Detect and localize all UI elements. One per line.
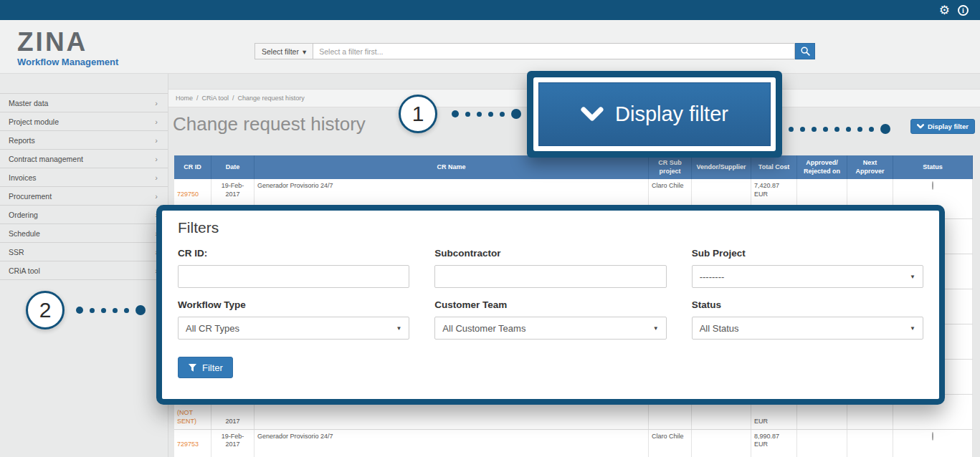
field-workflow-type: Workflow Type All CR Types ▼ xyxy=(178,288,409,340)
col-cr-sub-project: CR Sub project xyxy=(649,155,692,179)
chevron-right-icon: › xyxy=(155,155,158,163)
dotted-line xyxy=(789,123,890,135)
display-filter-button[interactable]: Display filter xyxy=(910,119,975,134)
sidebar-item-project-module[interactable]: Project module› xyxy=(0,112,168,131)
sidebar-menu: Master data› Project module› Reports› Co… xyxy=(0,93,168,280)
zina-logo[interactable]: ZINA Workflow Management xyxy=(17,29,118,67)
table-row: 729753 (NOT SENT) 19-Feb- 2017 Generador… xyxy=(174,430,973,457)
field-label: Workflow Type xyxy=(178,299,409,310)
cell-vendor xyxy=(692,430,751,457)
field-subcontractor: Subcontractor xyxy=(434,236,666,288)
col-approved-rejected-on: Approved/ Rejected on xyxy=(797,155,847,179)
field-status: Status All Status ▼ xyxy=(692,288,923,340)
breadcrumb-cria-tool[interactable]: CRiA tool xyxy=(202,95,229,102)
selected-value: All Status xyxy=(700,323,739,334)
selected-value: -------- xyxy=(700,271,725,282)
field-label: Subcontractor xyxy=(434,248,666,259)
chevron-right-icon: › xyxy=(155,117,158,126)
cell-approved-on xyxy=(797,430,847,457)
status-select[interactable]: All Status ▼ xyxy=(692,317,923,340)
col-date: Date xyxy=(211,155,254,179)
status-icon xyxy=(932,432,933,441)
search-input[interactable] xyxy=(313,43,795,59)
field-sub-project: Sub Project -------- ▼ xyxy=(692,236,923,288)
filter-button[interactable]: Filter xyxy=(178,357,233,378)
sidebar-item-procurement[interactable]: Procurement› xyxy=(0,187,168,206)
sidebar: Master data› Project module› Reports› Co… xyxy=(0,74,168,457)
sidebar-item-cria-tool[interactable]: CRiA tool› xyxy=(0,261,168,280)
selected-value: All CR Types xyxy=(186,323,239,334)
gear-icon[interactable]: ⚙ xyxy=(939,4,950,16)
sidebar-item-contract-management[interactable]: Contract management› xyxy=(0,150,168,168)
cell-sub-project: Claro Chile xyxy=(649,430,692,457)
breadcrumb-home[interactable]: Home xyxy=(176,95,193,102)
field-label: Sub Project xyxy=(692,248,923,259)
cr-id-input[interactable] xyxy=(178,265,409,288)
cr-id-link[interactable]: 729753 xyxy=(177,441,208,449)
page-header: ZINA Workflow Management Select filter ▾ xyxy=(0,20,980,74)
chevron-down-icon xyxy=(917,124,924,129)
sidebar-item-invoices[interactable]: Invoices› xyxy=(0,168,168,187)
col-status: Status xyxy=(893,155,973,179)
dotted-line xyxy=(452,108,521,120)
dotted-line xyxy=(76,304,146,316)
select-arrow-icon: ▼ xyxy=(396,325,401,332)
global-search-bar: Select filter ▾ xyxy=(254,43,815,59)
field-label: Status xyxy=(692,299,923,310)
sidebar-item-master-data[interactable]: Master data› xyxy=(0,94,168,112)
callout-step-2: 2 xyxy=(26,291,65,329)
filters-title: Filters xyxy=(178,219,923,236)
chevron-down-icon xyxy=(581,107,604,122)
cr-note: (NOT SENT) xyxy=(177,409,208,425)
sidebar-item-ordering[interactable]: Ordering› xyxy=(0,206,168,224)
display-filter-callout: Display filter xyxy=(527,71,782,158)
col-cr-id: CR ID xyxy=(174,155,211,179)
col-vendor-supplier: Vendor/Supplier xyxy=(692,155,751,179)
breadcrumb-separator: / xyxy=(232,95,234,102)
brand-tagline: Workflow Management xyxy=(17,57,118,67)
sidebar-item-ssr[interactable]: SSR› xyxy=(0,243,168,261)
filters-grid: CR ID: Subcontractor Sub Project -------… xyxy=(178,236,923,340)
field-cr-id: CR ID: xyxy=(178,236,409,288)
field-customer-team: Customer Team All Customer Teams ▼ xyxy=(434,288,666,340)
col-total-cost: Total Cost xyxy=(751,155,797,179)
magnifier-icon xyxy=(800,46,811,57)
breadcrumb-separator: / xyxy=(196,95,199,102)
chevron-right-icon: › xyxy=(155,99,158,107)
callout-step-1: 1 xyxy=(399,95,437,133)
sidebar-item-schedule[interactable]: Schedule› xyxy=(0,224,168,243)
select-arrow-icon: ▼ xyxy=(910,274,915,280)
chevron-right-icon: › xyxy=(155,136,158,145)
top-bar: ⚙ i xyxy=(0,0,980,20)
customer-team-select[interactable]: All Customer Teams ▼ xyxy=(434,317,666,340)
col-next-approver: Next Approver xyxy=(847,155,893,179)
cr-id-link[interactable]: 729750 xyxy=(177,191,208,199)
funnel-icon xyxy=(188,363,197,372)
cell-status xyxy=(893,430,973,457)
filters-panel: Filters CR ID: Subcontractor Sub Project… xyxy=(156,205,945,405)
cell-next-approver xyxy=(847,430,893,457)
search-button[interactable] xyxy=(795,43,815,59)
cell-cr-id: 729753 (NOT SENT) xyxy=(174,430,211,457)
col-cr-name: CR Name xyxy=(254,155,649,179)
info-icon[interactable]: i xyxy=(958,5,969,16)
cell-total-cost: 8,990.87 EUR xyxy=(751,430,797,457)
workflow-type-select[interactable]: All CR Types ▼ xyxy=(178,317,409,340)
field-label: Customer Team xyxy=(434,299,666,310)
app-window: ⚙ i ZINA Workflow Management Select filt… xyxy=(0,0,980,457)
display-filter-button-zoomed[interactable]: Display filter xyxy=(538,82,771,146)
select-arrow-icon: ▼ xyxy=(653,325,659,332)
brand-name: ZINA xyxy=(17,29,118,55)
select-filter-label: Select filter xyxy=(262,47,299,56)
chevron-right-icon: › xyxy=(155,173,158,182)
field-label: CR ID: xyxy=(178,248,409,259)
select-filter-dropdown[interactable]: Select filter ▾ xyxy=(254,43,313,59)
cell-cr-name: Generador Provisorio 24/7 xyxy=(254,430,649,457)
sub-project-select[interactable]: -------- ▼ xyxy=(692,265,923,288)
chevron-right-icon: › xyxy=(155,192,158,201)
status-icon xyxy=(932,181,933,190)
caret-down-icon: ▾ xyxy=(303,47,306,56)
sidebar-item-reports[interactable]: Reports› xyxy=(0,131,168,150)
cell-date: 19-Feb- 2017 xyxy=(211,430,254,457)
subcontractor-input[interactable] xyxy=(434,265,666,288)
